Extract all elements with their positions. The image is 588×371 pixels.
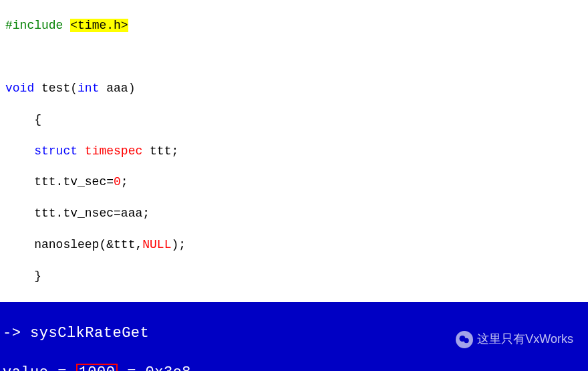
close-paren: ); [171, 238, 186, 251]
keyword-struct: struct [34, 144, 78, 158]
code-line: #include <time.h> [5, 18, 583, 33]
code-line: nanosleep(&ttt,NULL); [5, 237, 583, 253]
value-hex: = 0x3e8 [118, 364, 191, 371]
value-prefix: value = [3, 364, 76, 371]
watermark: 这里只有VxWorks [456, 331, 573, 348]
code-line: } [5, 269, 583, 284]
include-header: <time.h> [70, 19, 128, 32]
semicolon: ; [121, 175, 128, 189]
keyword-void: void [5, 82, 34, 95]
svg-point-1 [464, 338, 470, 344]
wechat-icon [456, 331, 473, 348]
code-line [5, 49, 583, 65]
var-decl: ttt; [142, 144, 178, 158]
fn-call: nanosleep(&ttt, [5, 238, 142, 251]
code-editor-pane: #include <time.h> void test(int aaa) { s… [0, 0, 588, 302]
code-line: struct timespec ttt; [5, 144, 583, 159]
code-line: ttt.tv_nsec=aaa; [5, 206, 583, 221]
type-timespec: timespec [78, 144, 142, 158]
code-line: ttt.tv_sec=0; [5, 174, 583, 190]
preprocessor-directive: #include [5, 19, 63, 32]
fn-name: test( [34, 82, 78, 95]
watermark-text: 这里只有VxWorks [477, 332, 573, 347]
null-keyword: NULL [142, 238, 171, 251]
assignment: ttt.tv_sec= [5, 175, 114, 189]
code-line: { [5, 112, 583, 128]
param: aaa) [99, 82, 135, 95]
keyword-int: int [78, 82, 99, 95]
number-zero: 0 [114, 175, 121, 189]
term-line: value = 1000 = 0x3e8 [3, 363, 585, 371]
code-line: void test(int aaa) [5, 81, 583, 96]
highlight-box-1000: 1000 [76, 364, 118, 371]
